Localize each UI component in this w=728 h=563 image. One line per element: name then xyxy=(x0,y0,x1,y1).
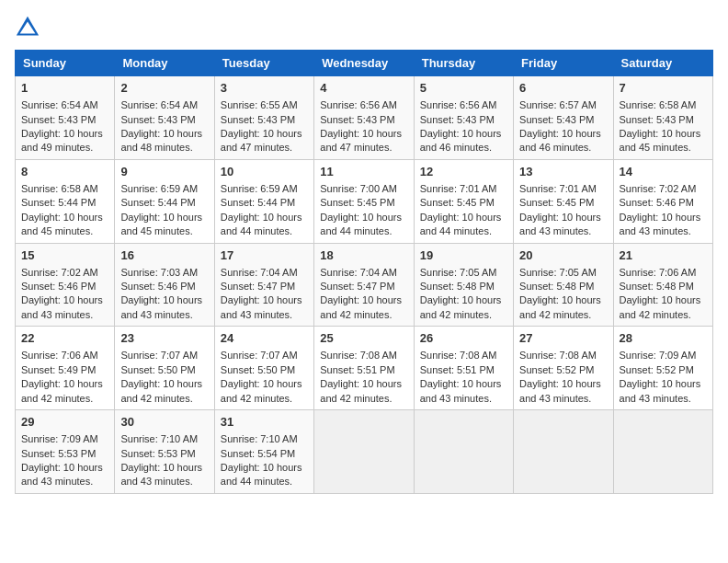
sunrise-text: Sunrise: 6:56 AM xyxy=(320,98,407,112)
calendar-cell: 27Sunrise: 7:08 AMSunset: 5:52 PMDayligh… xyxy=(514,327,613,410)
calendar-cell: 18Sunrise: 7:04 AMSunset: 5:47 PMDayligh… xyxy=(314,243,414,327)
daylight-text: Daylight: 10 hours and 46 minutes. xyxy=(420,127,507,155)
day-number: 14 xyxy=(620,164,707,180)
daylight-text: Daylight: 10 hours and 43 minutes. xyxy=(21,461,108,489)
sunrise-text: Sunrise: 7:00 AM xyxy=(320,182,407,196)
day-number: 21 xyxy=(620,247,707,264)
calendar-header-thursday: Thursday xyxy=(414,51,513,76)
sunset-text: Sunset: 5:44 PM xyxy=(221,196,308,210)
calendar-week-row: 1Sunrise: 6:54 AMSunset: 5:43 PMDaylight… xyxy=(16,76,713,160)
sunrise-text: Sunrise: 6:57 AM xyxy=(519,98,607,112)
sunrise-text: Sunrise: 7:10 AM xyxy=(221,432,308,446)
daylight-text: Daylight: 10 hours and 43 minutes. xyxy=(519,211,607,239)
calendar-header-tuesday: Tuesday xyxy=(214,51,313,76)
day-number: 13 xyxy=(519,164,607,180)
sunset-text: Sunset: 5:43 PM xyxy=(519,113,607,127)
daylight-text: Daylight: 10 hours and 43 minutes. xyxy=(620,211,707,239)
sunset-text: Sunset: 5:52 PM xyxy=(620,363,707,377)
day-number: 18 xyxy=(320,247,407,264)
calendar-cell: 14Sunrise: 7:02 AMSunset: 5:46 PMDayligh… xyxy=(613,159,712,243)
daylight-text: Daylight: 10 hours and 42 minutes. xyxy=(519,293,607,322)
sunrise-text: Sunrise: 6:55 AM xyxy=(221,98,308,112)
calendar-header-monday: Monday xyxy=(115,51,214,76)
daylight-text: Daylight: 10 hours and 45 minutes. xyxy=(620,127,707,155)
calendar-cell: 21Sunrise: 7:06 AMSunset: 5:48 PMDayligh… xyxy=(613,243,712,327)
sunset-text: Sunset: 5:46 PM xyxy=(620,196,707,210)
page-header xyxy=(15,15,713,40)
calendar-cell: 26Sunrise: 7:08 AMSunset: 5:51 PMDayligh… xyxy=(414,327,513,410)
day-number: 5 xyxy=(420,80,507,97)
day-number: 2 xyxy=(120,80,208,97)
sunrise-text: Sunrise: 7:01 AM xyxy=(420,182,507,196)
sunrise-text: Sunrise: 7:05 AM xyxy=(519,266,607,280)
sunrise-text: Sunrise: 6:59 AM xyxy=(221,182,308,196)
sunset-text: Sunset: 5:53 PM xyxy=(21,447,108,461)
day-number: 26 xyxy=(420,330,507,347)
sunset-text: Sunset: 5:52 PM xyxy=(519,363,607,377)
sunrise-text: Sunrise: 7:03 AM xyxy=(120,266,208,280)
daylight-text: Daylight: 10 hours and 43 minutes. xyxy=(21,293,108,322)
sunrise-text: Sunrise: 6:58 AM xyxy=(620,98,707,112)
day-number: 1 xyxy=(21,80,108,97)
sunset-text: Sunset: 5:50 PM xyxy=(221,363,308,377)
daylight-text: Daylight: 10 hours and 44 minutes. xyxy=(221,461,308,489)
day-number: 17 xyxy=(221,247,308,264)
calendar-cell: 17Sunrise: 7:04 AMSunset: 5:47 PMDayligh… xyxy=(214,243,313,327)
calendar-cell: 12Sunrise: 7:01 AMSunset: 5:45 PMDayligh… xyxy=(414,159,513,243)
sunrise-text: Sunrise: 6:54 AM xyxy=(21,98,108,112)
calendar-cell: 20Sunrise: 7:05 AMSunset: 5:48 PMDayligh… xyxy=(514,243,613,327)
calendar-cell: 30Sunrise: 7:10 AMSunset: 5:53 PMDayligh… xyxy=(115,410,214,494)
calendar-cell: 19Sunrise: 7:05 AMSunset: 5:48 PMDayligh… xyxy=(414,243,513,327)
daylight-text: Daylight: 10 hours and 45 minutes. xyxy=(120,211,208,239)
sunrise-text: Sunrise: 7:07 AM xyxy=(120,349,208,362)
sunset-text: Sunset: 5:48 PM xyxy=(620,280,707,293)
day-number: 15 xyxy=(21,247,108,264)
calendar-cell: 2Sunrise: 6:54 AMSunset: 5:43 PMDaylight… xyxy=(115,76,214,160)
calendar-cell: 7Sunrise: 6:58 AMSunset: 5:43 PMDaylight… xyxy=(613,76,712,160)
day-number: 6 xyxy=(519,80,607,97)
day-number: 19 xyxy=(420,247,507,264)
daylight-text: Daylight: 10 hours and 48 minutes. xyxy=(120,127,208,155)
daylight-text: Daylight: 10 hours and 43 minutes. xyxy=(420,377,507,406)
day-number: 28 xyxy=(620,330,707,347)
daylight-text: Daylight: 10 hours and 44 minutes. xyxy=(420,211,507,239)
sunrise-text: Sunrise: 7:09 AM xyxy=(21,432,108,446)
sunrise-text: Sunrise: 7:02 AM xyxy=(21,266,108,280)
calendar-cell: 25Sunrise: 7:08 AMSunset: 5:51 PMDayligh… xyxy=(314,327,414,410)
sunset-text: Sunset: 5:48 PM xyxy=(519,280,607,293)
calendar-header-wednesday: Wednesday xyxy=(314,51,414,76)
sunrise-text: Sunrise: 7:07 AM xyxy=(221,349,308,362)
calendar-cell: 29Sunrise: 7:09 AMSunset: 5:53 PMDayligh… xyxy=(16,410,115,494)
calendar-cell xyxy=(314,410,414,494)
calendar-header-friday: Friday xyxy=(514,51,613,76)
day-number: 11 xyxy=(320,164,407,180)
calendar-cell: 13Sunrise: 7:01 AMSunset: 5:45 PMDayligh… xyxy=(514,159,613,243)
daylight-text: Daylight: 10 hours and 42 minutes. xyxy=(620,293,707,322)
calendar-cell: 4Sunrise: 6:56 AMSunset: 5:43 PMDaylight… xyxy=(314,76,414,160)
sunset-text: Sunset: 5:43 PM xyxy=(21,113,108,127)
sunrise-text: Sunrise: 7:05 AM xyxy=(420,266,507,280)
sunset-text: Sunset: 5:45 PM xyxy=(420,196,507,210)
calendar-cell: 8Sunrise: 6:58 AMSunset: 5:44 PMDaylight… xyxy=(16,159,115,243)
daylight-text: Daylight: 10 hours and 42 minutes. xyxy=(21,377,108,406)
sunrise-text: Sunrise: 6:59 AM xyxy=(120,182,208,196)
sunrise-text: Sunrise: 7:06 AM xyxy=(620,266,707,280)
sunrise-text: Sunrise: 7:10 AM xyxy=(120,432,208,446)
sunset-text: Sunset: 5:53 PM xyxy=(120,447,208,461)
sunset-text: Sunset: 5:44 PM xyxy=(21,196,108,210)
day-number: 16 xyxy=(120,247,208,264)
calendar-cell: 28Sunrise: 7:09 AMSunset: 5:52 PMDayligh… xyxy=(613,327,712,410)
calendar-cell: 16Sunrise: 7:03 AMSunset: 5:46 PMDayligh… xyxy=(115,243,214,327)
sunrise-text: Sunrise: 7:08 AM xyxy=(519,349,607,362)
calendar-cell: 1Sunrise: 6:54 AMSunset: 5:43 PMDaylight… xyxy=(16,76,115,160)
daylight-text: Daylight: 10 hours and 42 minutes. xyxy=(320,377,407,406)
sunrise-text: Sunrise: 7:06 AM xyxy=(21,349,108,362)
calendar-cell: 23Sunrise: 7:07 AMSunset: 5:50 PMDayligh… xyxy=(115,327,214,410)
logo xyxy=(15,15,44,40)
sunset-text: Sunset: 5:43 PM xyxy=(320,113,407,127)
day-number: 31 xyxy=(221,414,308,431)
sunset-text: Sunset: 5:48 PM xyxy=(420,280,507,293)
daylight-text: Daylight: 10 hours and 42 minutes. xyxy=(420,293,507,322)
day-number: 7 xyxy=(620,80,707,97)
day-number: 30 xyxy=(120,414,208,431)
